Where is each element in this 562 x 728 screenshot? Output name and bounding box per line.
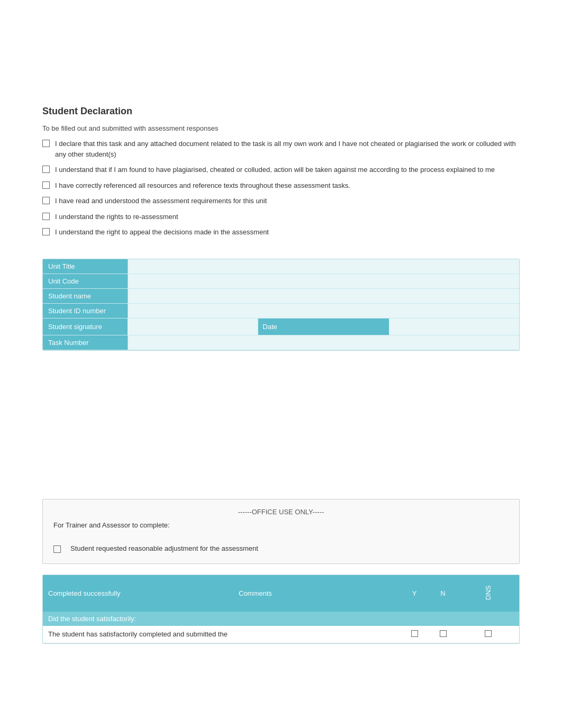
checkbox-1[interactable] (42, 140, 50, 147)
office-title: ------OFFICE USE ONLY----- (53, 508, 509, 516)
student-name-row: Student name (43, 288, 519, 303)
signature-date-split: Date (128, 319, 519, 335)
header-n: N (429, 575, 457, 612)
office-subtitle: For Trainer and Assessor to complete: (53, 521, 509, 529)
subheader-text: Did the student satisfactorily: (43, 612, 519, 626)
assessment-table: Completed successfully Comments Y N DNS … (43, 575, 519, 643)
unit-code-row: Unit Code (43, 274, 519, 288)
declaration-text-6: I understand the right to appeal the dec… (55, 227, 520, 238)
checkbox-2[interactable] (42, 166, 50, 173)
signature-date-cell: Date (128, 318, 519, 335)
office-item-1: Student requested reasonable adjustment … (53, 544, 509, 553)
declaration-text-1: I declare that this task and any attache… (55, 139, 520, 159)
unit-title-input[interactable] (128, 259, 519, 274)
task-number-label: Task Number (43, 335, 128, 350)
unit-title-label: Unit Title (43, 259, 128, 274)
declaration-item-1: I declare that this task and any attache… (42, 139, 520, 159)
unit-title-row: Unit Title (43, 259, 519, 274)
header-y: Y (400, 575, 429, 612)
subtitle: To be filled out and submitted with asse… (42, 124, 520, 132)
assessment-row-1-y[interactable] (400, 626, 429, 643)
checkbox-5[interactable] (42, 213, 50, 220)
checkbox-3[interactable] (42, 181, 50, 189)
office-section: ------OFFICE USE ONLY----- For Trainer a… (42, 499, 520, 564)
assessment-row-1-n[interactable] (429, 626, 457, 643)
declaration-item-2: I understand that if I am found to have … (42, 165, 520, 175)
student-name-input[interactable] (128, 288, 519, 303)
page-container: Student Declaration To be filled out and… (0, 0, 562, 665)
declaration-text-3: I have correctly referenced all resource… (55, 180, 520, 191)
declaration-text-2: I understand that if I am found to have … (55, 165, 520, 175)
declaration-item-4: I have read and understood the assessmen… (42, 196, 520, 206)
assessment-header-row: Completed successfully Comments Y N DNS (43, 575, 519, 612)
assessment-row-1-comments (233, 626, 400, 643)
checkbox-4[interactable] (42, 197, 50, 204)
declaration-item-6: I understand the right to appeal the dec… (42, 227, 520, 238)
declaration-item-5: I understand the rights to re-assessment (42, 212, 520, 222)
student-signature-label: Student signature (43, 318, 128, 335)
student-name-label: Student name (43, 288, 128, 303)
form-table: Unit Title Unit Code Student name Studen… (43, 259, 519, 350)
assessment-data-row-1: The student has satisfactorily completed… (43, 626, 519, 643)
declaration-text-4: I have read and understood the assessmen… (55, 196, 520, 206)
office-checkbox-1[interactable] (53, 545, 61, 553)
date-value-input[interactable] (389, 319, 519, 335)
office-item-text-1: Student requested reasonable adjustment … (70, 544, 258, 552)
dns-label: DNS (484, 579, 492, 606)
section-title: Student Declaration (42, 106, 520, 117)
declaration-text-5: I understand the rights to re-assessment (55, 212, 520, 222)
date-label: Date (258, 319, 388, 335)
student-form-table: Unit Title Unit Code Student name Studen… (42, 259, 520, 351)
header-completed: Completed successfully (43, 575, 233, 612)
signature-input[interactable] (128, 319, 258, 335)
checkbox-6[interactable] (42, 228, 50, 235)
subheader-row: Did the student satisfactorily: (43, 612, 519, 626)
student-id-row: Student ID number (43, 303, 519, 318)
student-signature-row: Student signature Date (43, 318, 519, 335)
student-id-label: Student ID number (43, 303, 128, 318)
assessment-row-1-dns[interactable] (457, 626, 519, 643)
n-checkbox-1[interactable] (440, 630, 447, 637)
header-dns: DNS (457, 575, 519, 612)
task-number-row: Task Number (43, 335, 519, 350)
unit-code-input[interactable] (128, 274, 519, 288)
task-number-input[interactable] (128, 335, 519, 350)
unit-code-label: Unit Code (43, 274, 128, 288)
y-checkbox-1[interactable] (411, 630, 418, 637)
assessment-row-1-text: The student has satisfactorily completed… (43, 626, 233, 643)
student-id-input[interactable] (128, 303, 519, 318)
declarations-list: I declare that this task and any attache… (42, 139, 520, 238)
assessment-table-container: Completed successfully Comments Y N DNS … (42, 575, 520, 644)
declaration-item-3: I have correctly referenced all resource… (42, 180, 520, 191)
header-comments: Comments (233, 575, 400, 612)
dns-checkbox-1[interactable] (485, 630, 492, 637)
